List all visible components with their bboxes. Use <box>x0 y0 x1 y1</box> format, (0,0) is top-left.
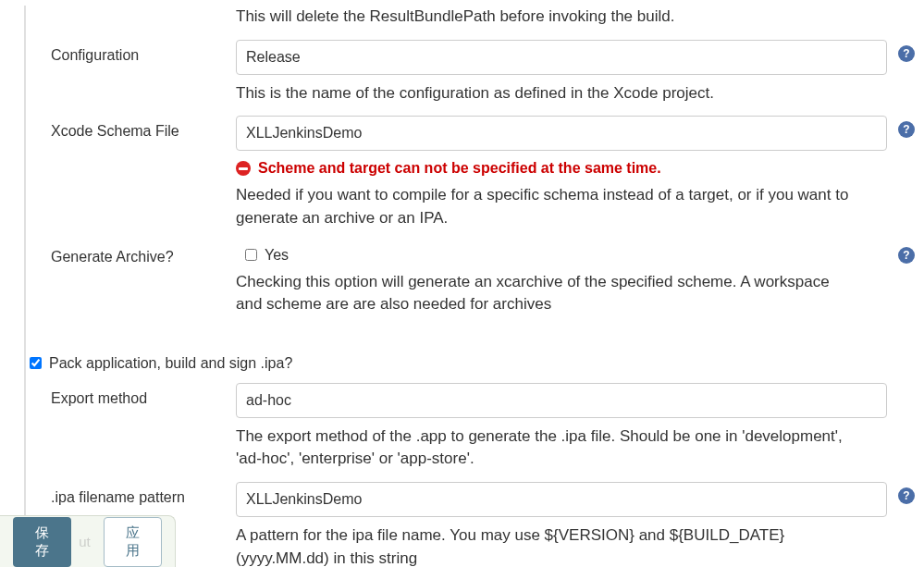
footer-bar: 保存 ut 应用 <box>0 515 176 567</box>
archive-checkbox[interactable] <box>245 249 257 261</box>
help-icon[interactable]: ? <box>898 247 915 264</box>
pack-ipa-checkbox[interactable] <box>30 357 42 369</box>
save-button[interactable]: 保存 <box>13 517 71 567</box>
apply-button[interactable]: 应用 <box>104 517 162 567</box>
ipa-pattern-desc: A pattern for the ipa file name. You may… <box>236 524 859 567</box>
export-method-input[interactable] <box>236 383 887 418</box>
help-icon[interactable]: ? <box>898 487 915 504</box>
schema-desc: Needed if you want to compile for a spec… <box>236 184 859 229</box>
schema-input[interactable] <box>236 116 887 151</box>
archive-desc: Checking this option will generate an xc… <box>236 271 859 316</box>
ipa-pattern-label: .ipa filename pattern <box>18 482 236 513</box>
resultbundle-desc: This will delete the ResultBundlePath be… <box>236 6 859 29</box>
help-icon[interactable]: ? <box>898 121 915 138</box>
configuration-desc: This is the name of the configuration as… <box>236 82 859 105</box>
error-icon <box>236 161 251 176</box>
archive-label: Generate Archive? <box>18 241 236 273</box>
configuration-input[interactable] <box>236 40 887 75</box>
export-method-label: Export method <box>18 383 236 414</box>
pack-ipa-label: Pack application, build and sign .ipa? <box>49 355 292 372</box>
ipa-pattern-input[interactable] <box>236 482 887 517</box>
schema-error: Scheme and target can not be specified a… <box>258 160 661 177</box>
archive-checkbox-label: Yes <box>265 247 289 264</box>
section-indent-bar <box>24 6 26 567</box>
help-icon[interactable]: ? <box>898 45 915 62</box>
export-method-desc: The export method of the .app to generat… <box>236 425 859 471</box>
schema-label: Xcode Schema File <box>18 116 236 147</box>
ghost-text: ut <box>79 534 91 549</box>
configuration-label: Configuration <box>18 40 236 71</box>
